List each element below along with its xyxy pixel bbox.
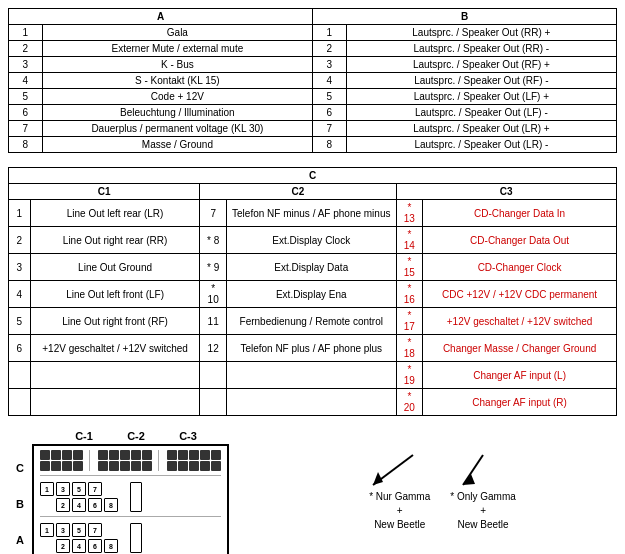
b-label: Lautsprc. / Speaker Out (LF) + (346, 89, 616, 105)
pin-b5: 5 (72, 482, 86, 496)
table-ab-row: 3 K - Bus 3 Lautsprc. / Speaker Out (RF)… (9, 57, 617, 73)
pin-b8: 8 (104, 498, 118, 512)
pin-c2-10 (142, 461, 152, 471)
c3-num: * 14 (396, 227, 423, 254)
table-ab-row: 7 Dauerplus / permanent voltage (KL 30) … (9, 121, 617, 137)
c2-num (200, 362, 227, 389)
note-left-text: New Beetle (374, 519, 425, 530)
c3-label: CD-Changer Data Out (423, 227, 617, 254)
pin-c3-9 (200, 461, 210, 471)
b-label: Lautsprc. / Speaker Out (RR) + (346, 25, 616, 41)
c1-label: Line Out left rear (LR) (30, 200, 200, 227)
pin-c2-2 (109, 450, 119, 460)
a-num: 1 (9, 25, 43, 41)
label-c2: C-2 (110, 430, 162, 442)
pin-b4: 4 (72, 498, 86, 512)
table-ab-row: 6 Beleuchtung / Illumination 6 Lautsprc.… (9, 105, 617, 121)
table-ab-row: 4 S - Kontakt (KL 15) 4 Lautsprc. / Spea… (9, 73, 617, 89)
c1-label (30, 362, 200, 389)
table-c-row: 3 Line Out Ground * 9 Ext.Display Data *… (9, 254, 617, 281)
table-c-row: 2 Line Out right rear (RR) * 8 Ext.Displ… (9, 227, 617, 254)
pin-a1: 1 (40, 523, 54, 537)
a-num: 7 (9, 121, 43, 137)
b-label: Lautsprc. / Speaker Out (LR) + (346, 121, 616, 137)
b-num: 4 (312, 73, 346, 89)
c-row (40, 450, 221, 476)
c3-num: * 19 (396, 362, 423, 389)
a-label: Externer Mute / external mute (42, 41, 312, 57)
a-label: Code + 12V (42, 89, 312, 105)
pin-c2-1 (98, 450, 108, 460)
c2-label: Telefon NF plus / AF phone plus (226, 335, 396, 362)
c1-label: Line Out right rear (RR) (30, 227, 200, 254)
bottom-section: C-1 C-2 C-3 C B A (8, 430, 617, 554)
c2-num: * 8 (200, 227, 227, 254)
pin-b3: 3 (56, 482, 70, 496)
label-c1: C-1 (58, 430, 110, 442)
pin-b2: 2 (56, 498, 70, 512)
c1-label: Line Out left front (LF) (30, 281, 200, 308)
arrows-svg (353, 450, 533, 490)
table-c-row: 5 Line Out right front (RF) 11 Fernbedie… (9, 308, 617, 335)
table-c-row: 4 Line Out left front (LF) * 10 Ext.Disp… (9, 281, 617, 308)
pin-c2-3 (120, 450, 130, 460)
b-num: 6 (312, 105, 346, 121)
b-num: 7 (312, 121, 346, 137)
a-num: 6 (9, 105, 43, 121)
a-num: 3 (9, 57, 43, 73)
c3-num: * 16 (396, 281, 423, 308)
a-label: Dauerplus / permanent voltage (KL 30) (42, 121, 312, 137)
note-left-star: * Nur Gamma (369, 491, 430, 502)
a-num: 5 (9, 89, 43, 105)
a-label: Masse / Ground (42, 137, 312, 153)
c2-label: Telefon NF minus / AF phone minus (226, 200, 396, 227)
table-ab-row: 2 Externer Mute / external mute 2 Lautsp… (9, 41, 617, 57)
table-c-row: 6 +12V geschaltet / +12V switched 12 Tel… (9, 335, 617, 362)
pin-c2-7 (109, 461, 119, 471)
c3-label: +12V geschaltet / +12V switched (423, 308, 617, 335)
c2-num (200, 389, 227, 416)
c1-label: Line Out Ground (30, 254, 200, 281)
connector-body: C B A (8, 444, 248, 554)
pin-a8: 8 (104, 539, 118, 553)
c1-num (9, 362, 31, 389)
c2-label (226, 389, 396, 416)
pin-b1: 1 (40, 482, 54, 496)
c2-label: Ext.Display Data (226, 254, 396, 281)
c2-num: * 9 (200, 254, 227, 281)
a-label: K - Bus (42, 57, 312, 73)
pin-c3-7 (178, 461, 188, 471)
pin-a4: 4 (72, 539, 86, 553)
b-num: 5 (312, 89, 346, 105)
c2-num: 7 (200, 200, 227, 227)
pin-c1-1 (40, 450, 50, 460)
pin-b6: 6 (88, 498, 102, 512)
b-num: 1 (312, 25, 346, 41)
c2-num: * 10 (200, 281, 227, 308)
c2-label: Ext.Display Clock (226, 227, 396, 254)
pin-c2-5 (142, 450, 152, 460)
c3-num: * 17 (396, 308, 423, 335)
b-num: 3 (312, 57, 346, 73)
c3-label: Changer AF input (R) (423, 389, 617, 416)
c1-num (9, 389, 31, 416)
pin-a2: 2 (56, 539, 70, 553)
c1-label: +12V geschaltet / +12V switched (30, 335, 200, 362)
b-label: Lautsprc. / Speaker Out (LR) - (346, 137, 616, 153)
notes-area: * Nur Gamma + New Beetle * Only Gamma + … (248, 430, 617, 532)
table-ab-row: 1 Gala 1 Lautsprc. / Speaker Out (RR) + (9, 25, 617, 41)
pin-c3-4 (200, 450, 210, 460)
pin-c3-6 (167, 461, 177, 471)
pin-a3: 3 (56, 523, 70, 537)
pin-c3-10 (211, 461, 221, 471)
a-num: 2 (9, 41, 43, 57)
pin-c1-3 (62, 450, 72, 460)
header-b: B (312, 9, 616, 25)
c1-label: Line Out right front (RF) (30, 308, 200, 335)
c3-label: Changer Masse / Changer Ground (423, 335, 617, 362)
row-label-b: B (8, 486, 28, 522)
pin-a5: 5 (72, 523, 86, 537)
header-a: A (9, 9, 313, 25)
a-num: 8 (9, 137, 43, 153)
c1-num: 4 (9, 281, 31, 308)
